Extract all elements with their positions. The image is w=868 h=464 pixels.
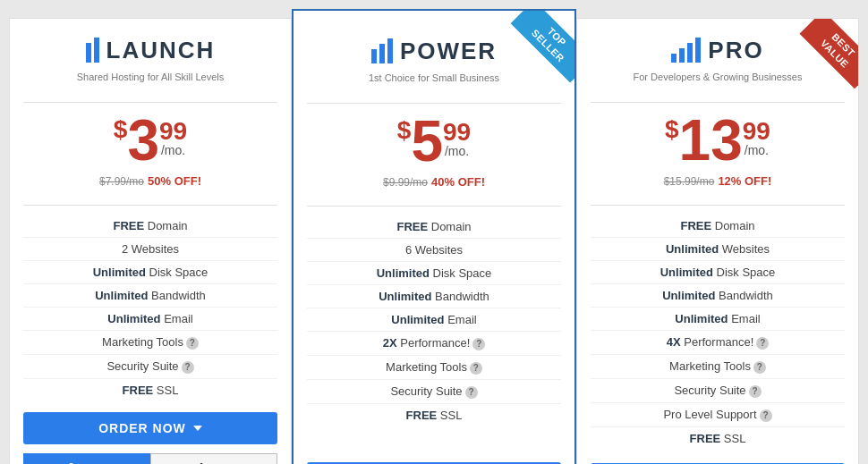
list-item: Unlimited Email — [23, 308, 277, 331]
power-price-block: $599/mo.$9.99/mo40% OFF! — [383, 113, 485, 190]
list-item: Security Suite? — [23, 355, 277, 379]
help-icon[interactable]: ? — [749, 385, 762, 398]
feature-bold: FREE — [406, 409, 438, 422]
launch-discount: 50% OFF! — [148, 174, 201, 188]
power-features-list: FREE Domain6 WebsitesUnlimited Disk Spac… — [307, 215, 561, 426]
help-icon[interactable]: ? — [756, 337, 769, 350]
arrow-down-icon — [193, 426, 202, 431]
feature-bold: Unlimited — [675, 312, 728, 325]
list-item: FREE SSL — [307, 404, 561, 426]
power-price-decimal: 99 — [443, 120, 471, 145]
feature-bold: Unlimited — [660, 266, 713, 279]
list-item: Unlimited Bandwidth — [23, 284, 277, 308]
power-title: POWER — [400, 38, 497, 65]
plan-card-launch: LAUNCHShared Hosting for All Skill Level… — [9, 18, 292, 464]
feature-bold: Unlimited — [377, 266, 430, 280]
list-item: FREE Domain — [591, 215, 845, 238]
list-item: Unlimited Bandwidth — [307, 285, 561, 308]
list-item: Unlimited Websites — [591, 238, 845, 261]
pro-icon — [671, 38, 701, 63]
feature-bold: FREE — [680, 219, 711, 232]
feature-bold: Unlimited — [379, 290, 431, 303]
plan-card-power: POWER1st Choice for Small Business$599/m… — [292, 9, 576, 464]
help-icon[interactable]: ? — [465, 386, 478, 399]
feature-bold: FREE — [690, 432, 721, 445]
list-item: 2 Websites — [23, 238, 277, 261]
pro-original-price: $15.99/mo — [664, 175, 715, 188]
pro-price-integer: 13 — [679, 112, 743, 169]
list-item: Unlimited Disk Space — [23, 261, 277, 284]
feature-bold: FREE — [113, 219, 144, 232]
help-icon[interactable]: ? — [472, 338, 485, 350]
list-item: Unlimited Bandwidth — [591, 284, 845, 308]
list-item: FREE Domain — [23, 215, 277, 238]
launch-order-button[interactable]: ORDER NOW — [23, 412, 277, 444]
launch-price-decimal: 99 — [159, 119, 187, 144]
pro-title: PRO — [708, 37, 763, 64]
feature-bold: 4X — [667, 335, 681, 349]
pro-price-block: $1399/mo.$15.99/mo12% OFF! — [664, 112, 772, 189]
help-icon[interactable]: ? — [470, 362, 482, 375]
help-icon[interactable]: ? — [760, 409, 772, 422]
launch-icon — [86, 38, 99, 63]
list-item: FREE SSL — [591, 427, 845, 450]
pro-price-dollar: $ — [665, 117, 679, 142]
help-icon[interactable]: ? — [753, 361, 766, 374]
list-item: 4X Performance!? — [591, 331, 845, 355]
help-icon[interactable]: ? — [182, 361, 194, 374]
launch-features-list: FREE Domain2 WebsitesUnlimited Disk Spac… — [23, 215, 277, 401]
help-icon[interactable]: ? — [186, 337, 199, 350]
list-item: Marketing Tools? — [307, 356, 561, 380]
list-item: 6 Websites — [307, 239, 561, 262]
list-item: Unlimited Disk Space — [307, 262, 561, 285]
top-seller-ribbon — [494, 11, 574, 91]
power-price-mo: /mo. — [443, 145, 471, 157]
launch-price-block: $399/mo.$7.99/mo50% OFF! — [99, 112, 201, 189]
divider — [23, 205, 277, 206]
launch-price-dollar: $ — [114, 117, 128, 142]
launch-price-mo: /mo. — [159, 144, 187, 156]
divider — [591, 102, 845, 103]
power-original-price: $9.99/mo — [383, 176, 428, 189]
plan-card-pro: PROFor Developers & Growing Businesses$1… — [576, 18, 859, 464]
launch-original-price: $7.99/mo — [99, 175, 144, 188]
list-item: Security Suite? — [307, 380, 561, 404]
divider — [307, 206, 561, 207]
list-item: Unlimited Disk Space — [591, 261, 845, 284]
pro-discount: 12% OFF! — [718, 174, 771, 188]
feature-bold: 2X — [383, 336, 397, 350]
pro-price-decimal: 99 — [743, 119, 770, 144]
feature-bold: FREE — [123, 384, 154, 397]
list-item: Marketing Tools? — [23, 331, 277, 355]
power-subtitle: 1st Choice for Small Business — [369, 72, 499, 83]
feature-bold: Unlimited — [95, 289, 148, 302]
feature-bold: Unlimited — [666, 242, 719, 256]
divider — [591, 205, 845, 206]
billing-toggle: 2 years$3.99/mo1 year$4.99/mo — [23, 453, 277, 464]
pricing-container: LAUNCHShared Hosting for All Skill Level… — [0, 0, 868, 464]
launch-price-integer: 3 — [127, 112, 159, 169]
billing-option-1-year[interactable]: 1 year$4.99/mo — [150, 453, 277, 464]
feature-bold: FREE — [396, 220, 428, 233]
launch-subtitle: Shared Hosting for All Skill Levels — [77, 72, 224, 82]
power-price-dollar: $ — [397, 118, 412, 143]
best-value-ribbon — [778, 19, 858, 99]
power-icon — [371, 38, 393, 63]
list-item: Unlimited Email — [591, 308, 845, 331]
pro-price-mo: /mo. — [743, 144, 770, 156]
list-item: 2X Performance!? — [307, 332, 561, 356]
feature-bold: Unlimited — [662, 289, 715, 302]
divider — [23, 102, 277, 103]
feature-bold: Unlimited — [93, 266, 146, 279]
launch-title: LAUNCH — [106, 37, 216, 64]
pro-features-list: FREE DomainUnlimited WebsitesUnlimited D… — [591, 215, 845, 450]
divider — [307, 103, 561, 104]
feature-bold: Unlimited — [391, 313, 444, 326]
list-item: FREE SSL — [23, 379, 277, 401]
feature-bold: Unlimited — [107, 312, 160, 325]
list-item: FREE Domain — [307, 215, 561, 239]
billing-option-2-years[interactable]: 2 years$3.99/mo — [23, 453, 150, 464]
list-item: Security Suite? — [591, 379, 845, 403]
list-item: Marketing Tools? — [591, 355, 845, 379]
launch-order-label: ORDER NOW — [98, 421, 186, 435]
